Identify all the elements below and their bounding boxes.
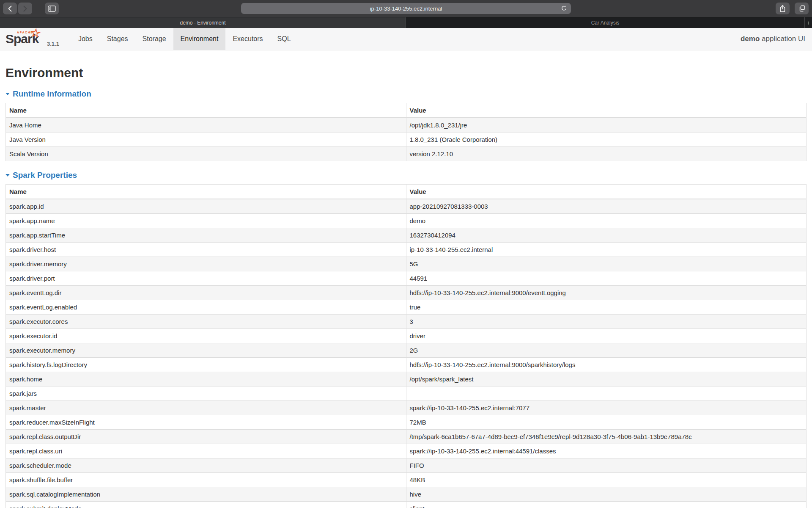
property-name-cell: spark.app.id <box>6 199 406 214</box>
tab-overview-button[interactable] <box>795 3 809 14</box>
spark-nav-tabs: Jobs Stages Storage Environment Executor… <box>71 28 298 50</box>
browser-toolbar: ip-10-33-140-255.ec2.internal <box>0 0 812 17</box>
property-name-cell: spark.history.fs.logDirectory <box>6 358 406 372</box>
tab-title: demo - Environment <box>180 20 225 26</box>
property-name-cell: spark.eventLog.enabled <box>6 300 406 315</box>
property-name-cell: spark.jars <box>6 387 406 401</box>
property-value-cell <box>406 387 807 401</box>
property-name-cell: spark.app.name <box>6 214 406 228</box>
nav-tab-jobs[interactable]: Jobs <box>71 28 100 50</box>
toolbar-right-group <box>776 3 809 14</box>
property-value-cell: hdfs://ip-10-33-140-255.ec2.internal:900… <box>406 286 807 300</box>
property-value-cell: app-20210927081333-0003 <box>406 199 807 214</box>
table-row: spark.executor.iddriver <box>6 329 807 343</box>
table-row: spark.driver.memory5G <box>6 257 807 271</box>
property-name-cell: spark.home <box>6 372 406 387</box>
new-tab-button[interactable]: + <box>805 17 812 28</box>
section-title: Runtime Information <box>13 89 91 99</box>
table-row: spark.executor.cores3 <box>6 315 807 329</box>
back-button[interactable] <box>3 3 17 14</box>
nav-tab-environment[interactable]: Environment <box>173 28 226 50</box>
forward-button[interactable] <box>18 3 32 14</box>
property-value-cell: 5G <box>406 257 807 271</box>
table-row: spark.app.startTime1632730412094 <box>6 228 807 243</box>
property-value-cell: true <box>406 300 807 315</box>
column-header: Name <box>6 185 406 199</box>
url-text: ip-10-33-140-255.ec2.internal <box>370 6 442 12</box>
nav-tab-sql[interactable]: SQL <box>270 28 298 50</box>
property-name-cell: Java Version <box>6 133 406 147</box>
property-value-cell: 1.8.0_231 (Oracle Corporation) <box>406 133 807 147</box>
property-name-cell: Scala Version <box>6 147 406 161</box>
property-name-cell: spark.driver.memory <box>6 257 406 271</box>
share-button[interactable] <box>776 3 790 14</box>
property-value-cell: /opt/jdk1.8.0_231/jre <box>406 118 807 133</box>
spark-properties-table: NameValuespark.app.idapp-20210927081333-… <box>5 184 807 508</box>
chevron-left-icon <box>8 6 12 12</box>
table-row: spark.reducer.maxSizeInFlight72MB <box>6 415 807 430</box>
property-value-cell: client <box>406 502 807 508</box>
property-value-cell: hive <box>406 487 807 502</box>
property-value-cell: 44591 <box>406 271 807 286</box>
spark-logo[interactable]: APACHE Spark ☆ <box>5 28 42 50</box>
property-value-cell: ip-10-33-140-255.ec2.internal <box>406 243 807 257</box>
section-title: Spark Properties <box>13 171 77 180</box>
property-name-cell: spark.master <box>6 401 406 415</box>
property-value-cell: demo <box>406 214 807 228</box>
table-row: spark.scheduler.modeFIFO <box>6 458 807 473</box>
property-name-cell: spark.sql.catalogImplementation <box>6 487 406 502</box>
property-value-cell: /tmp/spark-6ca1b657-67a7-4d89-bec9-ef734… <box>406 430 807 444</box>
property-value-cell: hdfs://ip-10-33-140-255.ec2.internal:900… <box>406 358 807 372</box>
property-name-cell: spark.shuffle.file.buffer <box>6 473 406 487</box>
property-name-cell: spark.driver.port <box>6 271 406 286</box>
share-icon <box>779 5 786 12</box>
table-row: spark.eventLog.enabledtrue <box>6 300 807 315</box>
sidebar-toggle-button[interactable] <box>45 3 59 14</box>
reload-icon[interactable] <box>561 5 567 13</box>
table-row: spark.repl.class.urispark://ip-10-33-140… <box>6 444 807 458</box>
nav-tab-storage[interactable]: Storage <box>135 28 173 50</box>
tabs-overview-icon <box>798 5 805 12</box>
table-row: spark.home/opt/spark/spark_latest <box>6 372 807 387</box>
table-row: spark.driver.port44591 <box>6 271 807 286</box>
spark-star-icon: ☆ <box>30 25 41 40</box>
nav-tab-stages[interactable]: Stages <box>100 28 135 50</box>
property-name-cell: spark.reducer.maxSizeInFlight <box>6 415 406 430</box>
column-header: Name <box>6 103 406 118</box>
table-row: spark.shuffle.file.buffer48KB <box>6 473 807 487</box>
property-value-cell: FIFO <box>406 458 807 473</box>
address-bar[interactable]: ip-10-33-140-255.ec2.internal <box>241 3 571 14</box>
plus-icon: + <box>807 19 810 26</box>
property-name-cell: spark.executor.id <box>6 329 406 343</box>
property-value-cell: /opt/spark/spark_latest <box>406 372 807 387</box>
table-row: spark.driver.hostip-10-33-140-255.ec2.in… <box>6 243 807 257</box>
nav-tab-executors[interactable]: Executors <box>225 28 270 50</box>
property-name-cell: spark.submit.deployMode <box>6 502 406 508</box>
property-name-cell: spark.repl.class.uri <box>6 444 406 458</box>
runtime-information-table: NameValueJava Home/opt/jdk1.8.0_231/jreJ… <box>5 103 807 161</box>
table-row: spark.executor.memory2G <box>6 343 807 358</box>
runtime-information-section-toggle[interactable]: Runtime Information <box>5 89 807 99</box>
main-content: Environment Runtime Information NameValu… <box>0 66 812 508</box>
table-row: spark.history.fs.logDirectoryhdfs://ip-1… <box>6 358 807 372</box>
property-value-cell: spark://ip-10-33-140-255.ec2.internal:44… <box>406 444 807 458</box>
spark-version: 3.1.1 <box>47 41 59 47</box>
property-name-cell: spark.repl.class.outputDir <box>6 430 406 444</box>
tab-car-analysis[interactable]: Car Analysis <box>406 17 805 28</box>
property-value-cell: 2G <box>406 343 807 358</box>
property-name-cell: spark.executor.cores <box>6 315 406 329</box>
tab-title: Car Analysis <box>591 20 620 26</box>
property-value-cell: 72MB <box>406 415 807 430</box>
spark-properties-section-toggle[interactable]: Spark Properties <box>5 171 807 180</box>
property-value-cell: version 2.12.10 <box>406 147 807 161</box>
tab-demo-environment[interactable]: demo - Environment <box>0 17 406 28</box>
app-name: demo <box>741 35 760 43</box>
column-header: Value <box>406 103 807 118</box>
property-name-cell: spark.driver.host <box>6 243 406 257</box>
collapse-triangle-icon <box>5 93 10 95</box>
application-ui-label: demo application UI <box>741 35 805 43</box>
property-name-cell: spark.eventLog.dir <box>6 286 406 300</box>
collapse-triangle-icon <box>5 174 10 177</box>
property-name-cell: spark.app.startTime <box>6 228 406 243</box>
table-row: Java Version1.8.0_231 (Oracle Corporatio… <box>6 133 807 147</box>
